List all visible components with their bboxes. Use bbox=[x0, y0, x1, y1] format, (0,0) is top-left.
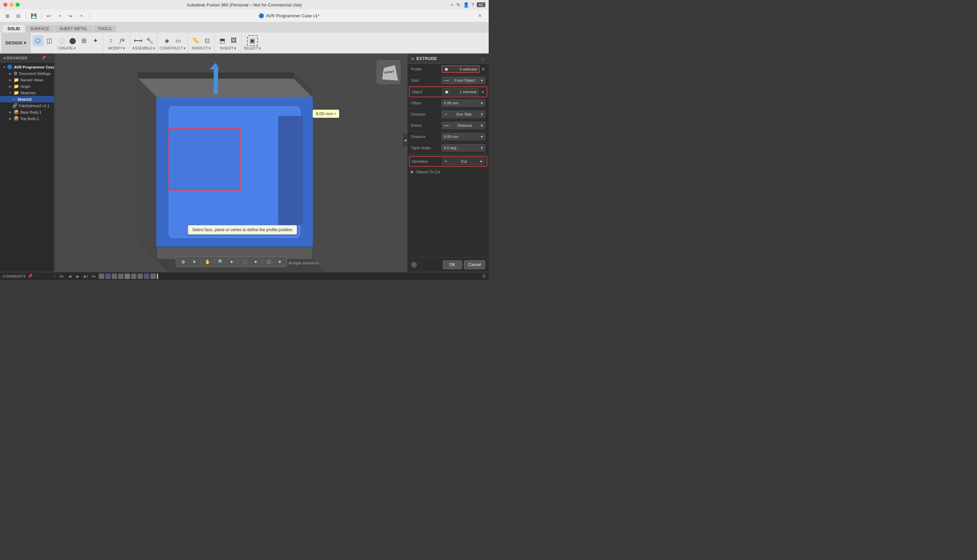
start-select[interactable]: ⟶ From Object ▾ bbox=[442, 77, 485, 84]
profile-clear-button[interactable]: ✕ bbox=[482, 67, 485, 72]
settings-gear-icon[interactable]: ⚙ bbox=[482, 273, 486, 278]
create-pattern-icon[interactable]: ⊞ bbox=[79, 35, 90, 46]
navcube[interactable]: FRONT bbox=[377, 60, 400, 84]
sidebar-pin-icon[interactable]: 📌 bbox=[42, 56, 46, 60]
view-icon[interactable]: ⬡ bbox=[264, 258, 273, 265]
object-select[interactable]: 🔲 1 selected bbox=[442, 88, 479, 96]
sidebar-collapse-icon[interactable]: ◀ bbox=[3, 56, 5, 60]
tree-item-document-settings[interactable]: ▶ ⚙ Document Settings bbox=[0, 70, 54, 77]
insert-group-label[interactable]: INSERT ▾ bbox=[220, 46, 236, 50]
assemble-group-label[interactable]: ASSEMBLE ▾ bbox=[132, 46, 155, 50]
select-group-label[interactable]: SELECT ▾ bbox=[244, 46, 261, 50]
pivot-icon[interactable]: ⊕ bbox=[179, 258, 188, 265]
sync-icon[interactable]: ↻ bbox=[457, 2, 460, 7]
timeline-item-9[interactable] bbox=[151, 273, 156, 279]
comments-pin-icon[interactable]: 📌 bbox=[28, 274, 33, 278]
add-tab-icon[interactable]: + bbox=[451, 2, 453, 7]
grid-icon[interactable]: ⊞ bbox=[3, 11, 12, 21]
modify-group-label[interactable]: MODIFY ▾ bbox=[108, 46, 125, 50]
canvas-icon[interactable]: 🖼 bbox=[228, 35, 239, 46]
timeline-play-button[interactable]: ▶ bbox=[74, 273, 81, 280]
tree-item-named-views[interactable]: ▶ 📁 Named Views bbox=[0, 77, 54, 83]
tree-item-root[interactable]: ▼ 🔵 AVR Programmer Case v1 ◎ bbox=[0, 64, 54, 70]
timeline-item-1[interactable] bbox=[99, 273, 104, 279]
create-body-icon[interactable]: ◫ bbox=[44, 35, 55, 46]
tab-surface[interactable]: SURFACE bbox=[25, 25, 54, 33]
user-icon[interactable]: 👤 bbox=[463, 2, 469, 7]
save-button[interactable]: 💾 bbox=[29, 11, 38, 21]
object-clear-button[interactable]: ✕ bbox=[481, 90, 485, 95]
tree-item-sketch2[interactable]: ✏ Sketch2 bbox=[0, 96, 54, 102]
design-button[interactable]: DESIGN ▾ bbox=[2, 33, 30, 53]
fillet-icon[interactable]: 𝑓× bbox=[117, 35, 128, 46]
create-cylinder-icon[interactable]: ⬤ bbox=[67, 35, 78, 46]
operation-select[interactable]: ✂ Cut ▾ bbox=[442, 158, 485, 165]
insert-icon[interactable]: ⬒ bbox=[217, 35, 228, 46]
tab-solid[interactable]: SOLID bbox=[3, 25, 25, 33]
timeline-item-8[interactable] bbox=[144, 273, 149, 279]
joint-icon[interactable]: 🔧 bbox=[144, 35, 155, 46]
tree-item-base-body[interactable]: ▶ 📦 Base Body:1 bbox=[0, 109, 54, 115]
create-sculpt-icon[interactable]: ✦ bbox=[90, 35, 101, 46]
timeline-item-7[interactable] bbox=[137, 273, 143, 279]
redo-dropdown[interactable]: ▾ bbox=[77, 11, 86, 21]
construct-icon[interactable]: ◈ bbox=[162, 35, 172, 46]
maximize-button[interactable] bbox=[16, 3, 20, 7]
tree-item-faboptimus[interactable]: 🔗 FabOptimus2 v1:1 bbox=[0, 102, 54, 109]
viewport[interactable]: FRONT 9.00 mm ▾ Select face, plane or ve… bbox=[56, 53, 407, 272]
timeline-item-3[interactable] bbox=[112, 273, 117, 279]
sidebar-menu-icon[interactable]: ⋮ bbox=[47, 56, 51, 60]
close-button[interactable] bbox=[3, 3, 7, 7]
tree-item-top-body[interactable]: ▶ 📦 Top Body:1 bbox=[0, 115, 54, 122]
apps-icon[interactable]: ⊟ bbox=[13, 11, 23, 21]
timeline-skip-end-button[interactable]: ⏭ bbox=[90, 273, 97, 280]
profile-select[interactable]: 🔲 5 selected bbox=[442, 65, 480, 73]
inspect-group-label[interactable]: INSPECT ▾ bbox=[192, 46, 211, 50]
comments-menu-icon[interactable]: ⋮ bbox=[35, 274, 38, 278]
tree-item-origin[interactable]: ▶ 📁 Origin bbox=[0, 83, 54, 90]
timeline-skip-start-button[interactable]: ⏮ bbox=[58, 273, 65, 280]
timeline-cursor[interactable] bbox=[157, 273, 158, 279]
press-pull-icon[interactable]: ↕ bbox=[105, 35, 116, 46]
section-icon[interactable]: ⊡ bbox=[202, 35, 212, 46]
timeline-prev-button[interactable]: ◀ bbox=[66, 273, 73, 280]
timeline-item-5[interactable] bbox=[125, 273, 130, 279]
display-icon[interactable]: ⬚ bbox=[240, 258, 249, 265]
redo-button[interactable]: ↪ bbox=[66, 11, 75, 21]
panel-expand-handle[interactable]: ◀ bbox=[403, 133, 407, 147]
panel-expand-button[interactable]: ▷ bbox=[482, 56, 485, 62]
construct-group-label[interactable]: CONSTRUCT ▾ bbox=[159, 46, 186, 50]
create-sphere-icon[interactable]: ⚪ bbox=[56, 35, 67, 46]
minimize-button[interactable] bbox=[10, 3, 13, 7]
close-tab-icon[interactable]: ✕ bbox=[478, 13, 482, 18]
measure-icon[interactable]: 📏 bbox=[190, 35, 201, 46]
tab-tools[interactable]: TOOLS bbox=[93, 25, 116, 33]
direction-select[interactable]: ⊣ One Side ▾ bbox=[442, 110, 485, 118]
offset-select[interactable]: 0.00 mm ▾ bbox=[442, 99, 485, 107]
timeline-item-6[interactable] bbox=[131, 273, 136, 279]
timeline-next-button[interactable]: ▶| bbox=[82, 273, 89, 280]
ok-button[interactable]: OK bbox=[443, 260, 462, 269]
zoom-dropdown[interactable]: ▾ bbox=[227, 258, 236, 265]
display-dropdown[interactable]: ▾ bbox=[251, 258, 260, 265]
objects-to-cut-row[interactable]: ▶ Objects To Cut bbox=[408, 167, 488, 176]
plane-icon[interactable]: ▭ bbox=[173, 35, 184, 46]
create-group-label[interactable]: CREATE ▾ bbox=[58, 46, 76, 50]
view-dropdown[interactable]: ▾ bbox=[275, 258, 284, 265]
extent-select[interactable]: ⟺ Distance ▾ bbox=[442, 122, 485, 129]
undo-dropdown[interactable]: ▾ bbox=[55, 11, 64, 21]
tree-item-sketches[interactable]: ▼ 📁 Sketches bbox=[0, 90, 54, 96]
orbit-icon[interactable]: 🔍 bbox=[216, 258, 225, 265]
taper-angle-select[interactable]: 0.0 deg ▾ bbox=[442, 144, 485, 152]
select-icon[interactable]: ▣ bbox=[247, 35, 258, 46]
info-button[interactable]: i bbox=[411, 262, 417, 268]
create-component-icon[interactable]: ⬡ bbox=[33, 35, 43, 46]
distance-select[interactable]: 9.00 mm ▾ bbox=[442, 133, 485, 140]
assemble-icon[interactable]: ⟷ bbox=[133, 35, 144, 46]
pan-icon[interactable]: ✋ bbox=[203, 258, 212, 265]
undo-button[interactable]: ↩ bbox=[44, 11, 54, 21]
help-icon[interactable]: ? bbox=[472, 2, 474, 7]
timeline-item-2[interactable] bbox=[105, 273, 110, 279]
tab-sheet-metal[interactable]: SHEET METAL bbox=[55, 25, 92, 33]
snap-icon[interactable]: ▾ bbox=[190, 258, 199, 265]
